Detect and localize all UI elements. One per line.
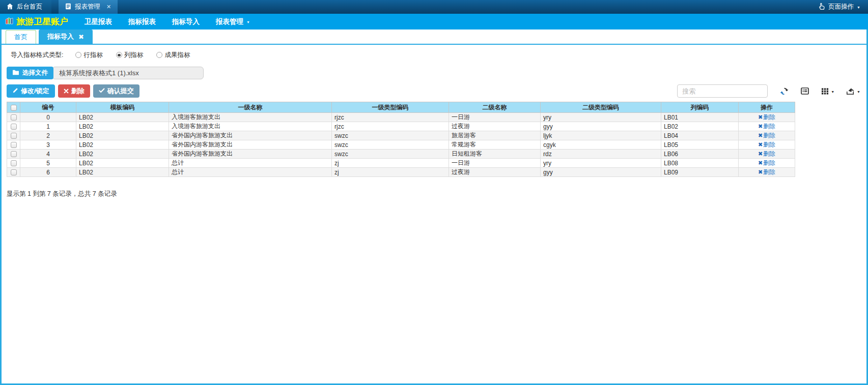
- cell-level1-name: 省外国内游客旅游支出: [169, 131, 332, 140]
- row-delete-link[interactable]: ✖删除: [758, 140, 775, 149]
- cell-template-code: LB02: [76, 113, 169, 122]
- tab-home[interactable]: 首页: [6, 30, 36, 44]
- cell-level2-type-code: yry: [541, 113, 661, 122]
- export-dropdown-button[interactable]: ▼: [847, 87, 860, 95]
- x-icon: ✖: [758, 123, 763, 130]
- window-tab-label: 报表管理: [75, 3, 100, 11]
- page-tab-bar: 首页 指标导入 ✖: [2, 29, 866, 45]
- window-tab-backend-home[interactable]: 后台首页: [0, 0, 51, 14]
- toggle-view-icon[interactable]: [801, 87, 809, 95]
- row-checkbox[interactable]: [11, 133, 17, 139]
- row-delete-link[interactable]: ✖删除: [758, 113, 775, 122]
- cell-column-code: LB04: [661, 131, 739, 140]
- nav-item-satellite-report[interactable]: 卫星报表: [76, 14, 120, 29]
- page-actions-label: 页面操作: [828, 3, 854, 11]
- cell-column-code: LB08: [661, 159, 739, 168]
- nav-item-indicator-report[interactable]: 指标报表: [120, 14, 164, 29]
- col-header-level2-name[interactable]: 二级名称: [449, 102, 541, 113]
- row-checkbox[interactable]: [11, 169, 17, 175]
- cell-template-code: LB02: [76, 140, 169, 150]
- page-actions-menu[interactable]: 页面操作 ▼: [818, 0, 868, 14]
- cell-template-code: LB02: [76, 168, 169, 177]
- table-row: 3 LB02 省外国内游客旅游支出 swzc 常规游客 cgyk LB05 ✖删…: [7, 140, 795, 150]
- cell-level2-type-code: yry: [541, 159, 661, 168]
- row-checkbox[interactable]: [11, 124, 17, 130]
- x-icon: ✖: [758, 160, 763, 166]
- chevron-down-icon: ▼: [857, 90, 860, 94]
- row-checkbox[interactable]: [11, 142, 17, 148]
- cell-level1-name: 总计: [169, 159, 332, 168]
- tab-indicator-import[interactable]: 指标导入 ✖: [39, 29, 93, 44]
- table-row: 4 LB02 省外国内游客旅游支出 swzc 日短租游客 rdz LB06 ✖删…: [7, 150, 795, 159]
- col-header-template-code[interactable]: 模板编码: [76, 102, 169, 113]
- x-icon: ✖: [758, 169, 763, 175]
- row-select-cell: [7, 131, 20, 140]
- cell-column-code: LB02: [661, 122, 739, 131]
- cell-level1-name: 总计: [169, 168, 332, 177]
- cell-level2-type-code: cgyk: [541, 140, 661, 150]
- col-header-level1-name[interactable]: 一级名称: [169, 102, 332, 113]
- col-header-actions: 操作: [739, 102, 795, 113]
- nav-item-indicator-import[interactable]: 指标导入: [164, 14, 208, 29]
- content-panel: 首页 指标导入 ✖ 导入指标格式类型: 行指标 列指标 成果指标: [0, 29, 868, 385]
- col-header-id[interactable]: 编号: [20, 102, 76, 113]
- row-delete-link[interactable]: ✖删除: [758, 122, 775, 131]
- delete-button[interactable]: 删除: [58, 84, 90, 98]
- app-brand[interactable]: 旅游卫星账户: [5, 16, 76, 27]
- confirm-submit-button[interactable]: 确认提交: [93, 84, 139, 98]
- row-checkbox[interactable]: [11, 151, 17, 157]
- cell-level2-name: 过夜游: [449, 122, 541, 131]
- cell-actions: ✖删除: [739, 122, 795, 131]
- cell-id: 0: [20, 113, 76, 122]
- record-count-summary: 显示第 1 到第 7 条记录，总共 7 条记录: [7, 190, 866, 198]
- cell-id: 4: [20, 150, 76, 159]
- radio-column-indicator[interactable]: 列指标: [116, 51, 144, 60]
- import-format-label: 导入指标格式类型:: [11, 51, 63, 60]
- cell-level2-type-code: ljyk: [541, 131, 661, 140]
- row-delete-link[interactable]: ✖删除: [758, 159, 775, 167]
- close-tab-icon[interactable]: ✕: [106, 4, 111, 10]
- row-select-cell: [7, 140, 20, 150]
- chevron-down-icon: ▼: [246, 20, 250, 24]
- cell-column-code: LB09: [661, 168, 739, 177]
- row-delete-link[interactable]: ✖删除: [758, 131, 775, 140]
- table-toolbar: 修改/锁定 删除 确认提交: [7, 84, 860, 98]
- refresh-button[interactable]: [780, 87, 789, 96]
- col-header-column-code[interactable]: 列编码: [661, 102, 739, 113]
- row-checkbox[interactable]: [11, 114, 17, 121]
- row-delete-link[interactable]: ✖删除: [758, 150, 775, 158]
- cell-actions: ✖删除: [739, 168, 795, 177]
- x-icon: ✖: [758, 141, 763, 148]
- col-header-level1-type-code[interactable]: 一级类型编码: [332, 102, 449, 113]
- select-all-checkbox[interactable]: [11, 105, 17, 111]
- radio-result-indicator[interactable]: 成果指标: [156, 51, 190, 60]
- nav-item-report-management[interactable]: 报表管理 ▼: [208, 14, 258, 29]
- window-tab-report-management[interactable]: 报表管理 ✕: [59, 0, 118, 14]
- cell-id: 3: [20, 140, 76, 150]
- radio-row-indicator[interactable]: 行指标: [75, 51, 103, 60]
- choose-file-button[interactable]: 选择文件: [7, 67, 53, 79]
- table-row: 0 LB02 入境游客旅游支出 rjzc 一日游 yry LB01 ✖删除: [7, 113, 795, 122]
- close-tab-icon[interactable]: ✖: [78, 34, 84, 40]
- col-header-level2-type-code[interactable]: 二级类型编码: [541, 102, 661, 113]
- window-bar-spacer: [118, 0, 818, 14]
- cell-level2-name: 常规游客: [449, 140, 541, 150]
- table-body: 0 LB02 入境游客旅游支出 rjzc 一日游 yry LB01 ✖删除 1 …: [7, 113, 795, 177]
- indicator-table: 编号 模板编码 一级名称 一级类型编码 二级名称 二级类型编码 列编码 操作 0…: [7, 102, 795, 177]
- radio-label: 列指标: [124, 51, 144, 60]
- search-input[interactable]: [677, 84, 768, 98]
- cell-column-code: LB01: [661, 113, 739, 122]
- row-select-cell: [7, 150, 20, 159]
- row-delete-link[interactable]: ✖删除: [758, 168, 775, 176]
- x-icon: ✖: [758, 151, 763, 157]
- cell-template-code: LB02: [76, 159, 169, 168]
- radio-circle-icon: [75, 52, 81, 58]
- radio-label: 行指标: [83, 51, 103, 60]
- columns-dropdown-button[interactable]: ▼: [821, 87, 834, 95]
- selected-filename-field[interactable]: 核算系统报表格式1 (1).xlsx: [52, 67, 204, 79]
- radio-circle-icon: [116, 52, 122, 58]
- row-checkbox[interactable]: [11, 160, 17, 166]
- modify-lock-button[interactable]: 修改/锁定: [7, 84, 55, 98]
- check-icon: [99, 87, 105, 95]
- row-select-cell: [7, 113, 20, 122]
